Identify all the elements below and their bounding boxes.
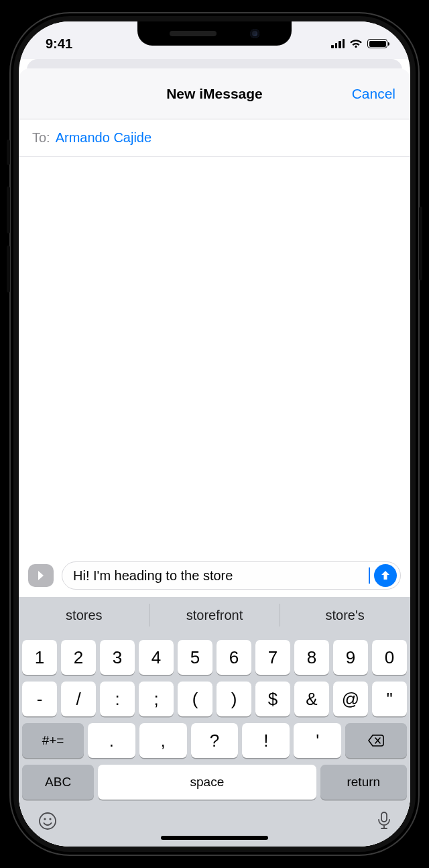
key-row-3: #+= . , ? ! ' [22,723,407,758]
iphone-frame: 9:41 New iMessage Cancel To: Armando Caj… [9,12,420,856]
to-field[interactable]: To: Armando Cajide [19,119,410,157]
cellular-signal-icon [331,39,345,48]
key-dash[interactable]: - [22,682,57,716]
key-1[interactable]: 1 [22,640,57,675]
status-right [331,39,387,49]
expand-apps-button[interactable] [28,564,54,587]
svg-rect-3 [381,812,387,822]
key-space[interactable]: space [98,765,316,800]
nav-bar: New iMessage Cancel [19,68,410,119]
notch [137,21,292,46]
key-row-4: ABC space return [22,765,407,800]
key-7[interactable]: 7 [255,640,290,675]
key-more-symbols[interactable]: #+= [22,723,84,758]
key-backspace[interactable] [345,723,407,758]
backspace-icon [367,734,385,747]
key-at[interactable]: @ [333,682,368,716]
key-comma[interactable]: , [139,723,187,758]
key-period[interactable]: . [88,723,135,758]
to-recipient[interactable]: Armando Cajide [56,130,151,146]
key-6[interactable]: 6 [217,640,251,675]
svg-point-2 [49,818,51,820]
key-paren-close[interactable]: ) [217,682,251,716]
key-row-2: - / : ; ( ) $ & @ " [22,682,407,716]
key-dollar[interactable]: $ [255,682,290,716]
chevron-right-icon [36,570,46,581]
key-8[interactable]: 8 [294,640,329,675]
message-text: Hi! I'm heading to the store [73,568,369,584]
suggestion-bar: stores storefront store's [19,597,410,633]
compose-bar: Hi! I'm heading to the store [19,558,410,597]
home-indicator[interactable] [161,836,268,840]
text-caret [369,567,370,584]
compose-sheet: New iMessage Cancel To: Armando Cajide H… [19,68,410,847]
conversation-area[interactable] [19,157,410,558]
key-paren-open[interactable]: ( [178,682,212,716]
key-question[interactable]: ? [191,723,239,758]
nav-title: New iMessage [166,86,263,102]
key-5[interactable]: 5 [178,640,212,675]
key-4[interactable]: 4 [139,640,174,675]
emoji-icon [38,811,58,831]
volume-down-button [7,246,10,292]
dictation-button[interactable] [377,811,391,834]
status-time: 9:41 [46,36,72,52]
svg-point-0 [40,813,56,829]
key-quote[interactable]: " [372,682,407,716]
screen: 9:41 New iMessage Cancel To: Armando Caj… [19,21,410,847]
key-3[interactable]: 3 [100,640,135,675]
key-slash[interactable]: / [61,682,96,716]
key-semicolon[interactable]: ; [139,682,174,716]
suggestion-1[interactable]: stores [19,597,149,633]
keyboard: stores storefront store's 1 2 3 4 5 6 7 … [19,597,410,847]
to-label: To: [32,130,50,146]
cancel-button[interactable]: Cancel [352,86,395,102]
key-ampersand[interactable]: & [294,682,329,716]
key-return[interactable]: return [320,765,407,800]
microphone-icon [377,811,391,831]
key-apostrophe[interactable]: ' [294,723,341,758]
background-card-edge [19,59,410,68]
emoji-button[interactable] [38,811,58,834]
battery-icon [367,39,387,48]
send-button[interactable] [374,564,397,587]
arrow-up-icon [379,569,391,582]
wifi-icon [349,39,363,49]
suggestion-2[interactable]: storefront [149,597,280,633]
key-0[interactable]: 0 [372,640,407,675]
silence-switch [7,140,10,165]
svg-point-1 [44,818,46,820]
earpiece-speaker [170,31,217,36]
key-exclaim[interactable]: ! [242,723,290,758]
side-button [419,207,422,280]
key-abc[interactable]: ABC [22,765,94,800]
key-9[interactable]: 9 [333,640,368,675]
key-row-1: 1 2 3 4 5 6 7 8 9 0 [22,640,407,675]
message-input[interactable]: Hi! I'm heading to the store [62,561,401,590]
key-colon[interactable]: : [100,682,135,716]
front-camera [250,29,259,38]
suggestion-3[interactable]: store's [280,597,410,633]
key-2[interactable]: 2 [61,640,96,675]
volume-up-button [7,186,10,233]
